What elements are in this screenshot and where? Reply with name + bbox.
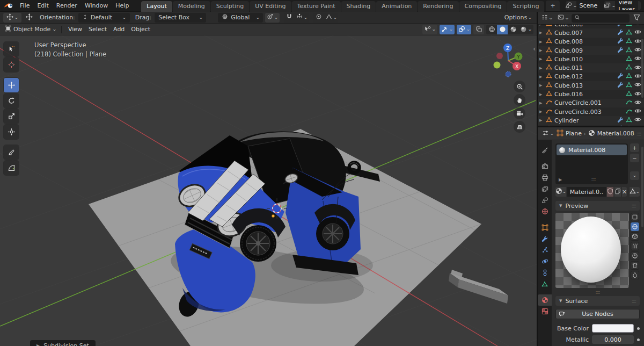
expand-arrow-icon[interactable]: ▶ <box>539 118 544 122</box>
eye-icon[interactable] <box>634 55 641 63</box>
fake-user-shield-icon[interactable] <box>607 187 613 197</box>
expand-arrow-icon[interactable]: ▶ <box>539 75 544 79</box>
modifier-wrench-icon[interactable] <box>617 125 624 126</box>
eye-icon[interactable] <box>634 116 641 125</box>
outliner-item-Cube.016[interactable]: ▶Cube.016 <box>538 90 644 98</box>
workspace-tab-compositing[interactable]: Compositing <box>459 1 507 12</box>
surface-section-header[interactable]: ▼ Surface :::: <box>555 296 640 306</box>
modifier-wrench-icon[interactable] <box>617 25 624 28</box>
outliner-display-mode-dropdown[interactable]: ⌄ <box>540 13 554 23</box>
breadcrumb-material[interactable]: Material.008 <box>597 130 634 137</box>
toggle-orthographic-button[interactable] <box>514 121 525 133</box>
object-data-icon[interactable] <box>626 90 632 98</box>
expand-arrow-icon[interactable]: ▶ <box>539 48 544 53</box>
object-data-icon[interactable] <box>626 47 632 55</box>
properties-tab-texture[interactable] <box>538 306 552 317</box>
toggle-xray-icon[interactable] <box>473 25 484 34</box>
proportional-editing-toggle[interactable] <box>313 13 324 23</box>
properties-tab-constraints[interactable] <box>538 267 552 278</box>
properties-tab-data[interactable] <box>538 278 552 290</box>
camera-view-button[interactable] <box>514 107 525 119</box>
outliner-item-partial[interactable]: ▶ <box>538 125 644 126</box>
metallic-slider[interactable]: 0.000 <box>592 335 634 344</box>
material-link-dropdown[interactable]: ⌄ <box>630 187 640 197</box>
workspace-tab-scripting[interactable]: Scripting <box>507 1 544 12</box>
tool-rotate-button[interactable] <box>4 93 19 108</box>
outliner-item-Cube.010[interactable]: ▶Cube.010 <box>538 55 644 63</box>
object-data-icon[interactable] <box>626 99 632 107</box>
scene-icon[interactable]: ⌄ <box>566 1 576 10</box>
3d-viewport-scene[interactable] <box>0 35 537 346</box>
show-gizmos-icon[interactable]: ⌄ <box>440 25 455 34</box>
browse-material-dropdown[interactable]: ⌄ <box>555 187 566 197</box>
properties-tab-object[interactable] <box>538 222 552 233</box>
menu-edit[interactable]: Edit <box>33 1 52 10</box>
material-slot-list[interactable]: Material.008 ▶:::: <box>555 143 628 184</box>
gizmo-neg-x-axis[interactable] <box>496 53 503 59</box>
outliner-scrollbar[interactable] <box>641 39 643 98</box>
tool-annotate-button[interactable] <box>4 145 19 160</box>
viewport-menu-view[interactable]: View <box>65 25 85 34</box>
mode-dropdown[interactable]: Object Mode⌄ <box>3 25 58 34</box>
object-data-icon[interactable] <box>626 25 632 28</box>
outliner-item-Cube.006[interactable]: ▶Cube.006 <box>538 25 644 28</box>
properties-tab-view-layer[interactable] <box>538 183 552 194</box>
scene-name-field[interactable]: Scene <box>576 1 601 10</box>
outliner-filter-icon[interactable] <box>631 13 642 23</box>
viewport-menu-add[interactable]: Add <box>110 25 128 34</box>
modifier-wrench-icon[interactable] <box>617 73 624 81</box>
menu-render[interactable]: Render <box>53 1 81 10</box>
expand-arrow-icon[interactable]: ▶ <box>539 83 544 88</box>
object-data-icon[interactable] <box>626 55 632 63</box>
outliner-item-Cube.013[interactable]: ▶Cube.013 <box>538 81 644 90</box>
expand-arrow-icon[interactable]: ▶ <box>539 110 544 114</box>
workspace-tab-sculpting[interactable]: Sculpting <box>211 1 249 12</box>
slot-specials-dropdown[interactable]: ⌄ <box>630 171 639 180</box>
material-slot-selected[interactable]: Material.008 <box>557 145 627 155</box>
view-layer-name-field[interactable]: View Layer <box>615 1 638 10</box>
tool-select-box-button[interactable] <box>4 42 19 56</box>
eye-icon[interactable] <box>634 28 641 37</box>
outliner-item-Cube.007[interactable]: ▶Cube.007 <box>538 28 644 37</box>
outliner-item-Cube.009[interactable]: ▶Cube.009 <box>538 46 644 55</box>
new-material-copy-icon[interactable] <box>614 187 621 197</box>
workspace-tab-rendering[interactable]: Rendering <box>418 1 458 12</box>
properties-tab-modifiers[interactable] <box>538 233 552 244</box>
preview-type-fluid-button[interactable] <box>631 271 639 279</box>
add-workspace-button[interactable]: + <box>546 1 559 11</box>
eye-icon[interactable] <box>634 38 641 46</box>
proportional-falloff-dropdown[interactable]: ⌄ <box>324 13 339 23</box>
view-layer-icon[interactable]: ⌄ <box>604 1 615 10</box>
workspace-tab-layout[interactable]: Layout <box>141 1 172 12</box>
expand-arrow-icon[interactable]: ▶ <box>539 92 544 97</box>
breadcrumb-object[interactable]: Plane <box>566 130 582 137</box>
transform-orientation-dropdown[interactable]: Global⌄ <box>218 13 263 23</box>
viewport-menu-object[interactable]: Object <box>128 25 153 34</box>
preview-type-cloth-button[interactable] <box>631 261 639 270</box>
active-tool-dropdown[interactable]: ⌄ <box>3 13 21 23</box>
properties-tab-physics[interactable] <box>538 256 552 267</box>
object-data-icon[interactable] <box>626 38 632 46</box>
animate-dot[interactable] <box>637 327 640 330</box>
expand-arrow-icon[interactable]: ▶ <box>539 101 544 105</box>
add-slot-button[interactable]: + <box>630 143 639 152</box>
outliner-item-CurveCircle.001[interactable]: ▶CurveCircle.001 <box>538 99 644 107</box>
expand-arrow-icon[interactable]: ▶ <box>539 66 544 70</box>
workspace-tab-animation[interactable]: Animation <box>376 1 417 12</box>
tool-scale-button[interactable] <box>4 109 19 124</box>
object-data-icon[interactable] <box>626 125 632 126</box>
shading-wireframe-icon[interactable] <box>486 25 497 34</box>
tool-measure-button[interactable] <box>4 161 19 175</box>
base-color-swatch[interactable] <box>592 324 634 333</box>
menu-file[interactable]: File <box>16 1 33 10</box>
material-name-field[interactable]: Material.0.. <box>567 187 606 197</box>
object-visibility-icon[interactable]: ⌄ <box>422 25 437 34</box>
orientation-dropdown[interactable]: Default⌄ <box>78 13 130 23</box>
outliner-filter-dropdown[interactable]: ⌄ <box>556 13 570 23</box>
shading-material-preview-icon[interactable] <box>508 25 518 34</box>
outliner-search-input[interactable] <box>582 15 627 21</box>
properties-tab-output[interactable] <box>538 172 552 183</box>
options-dropdown[interactable]: Options⌄ <box>503 13 533 23</box>
preview-type-shaderball-button[interactable] <box>631 251 639 260</box>
outliner-item-Cube.011[interactable]: ▶Cube.011 <box>538 63 644 72</box>
